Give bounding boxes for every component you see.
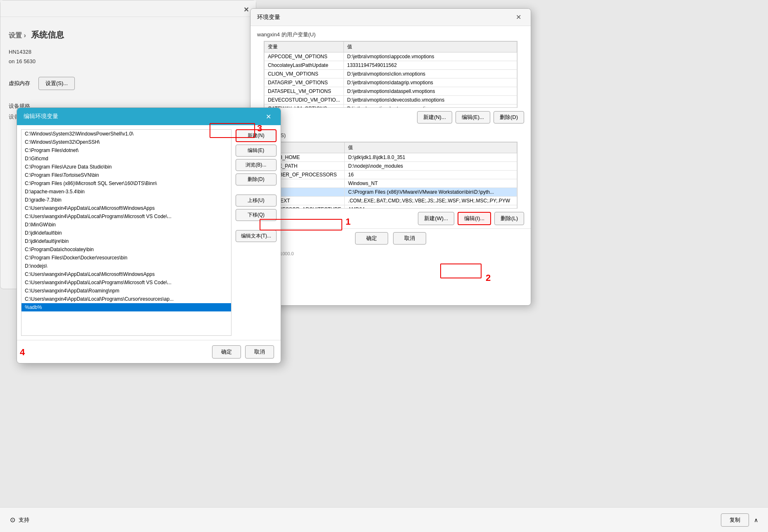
move-down-button[interactable]: 下移(Q) — [236, 209, 277, 221]
table-row[interactable]: DATAGRIP_VM_OPTIONSD:\jetbra\vmoptions\d… — [265, 78, 517, 87]
browse-path-button[interactable]: 浏览(B)... — [236, 159, 277, 171]
system-info-title-bar: ✕ — [0, 0, 256, 17]
list-item[interactable]: C:\Users\wangxin4\AppData\Local\Microsof… — [21, 270, 231, 278]
breadcrumb: 设置 › 系统信息 — [9, 29, 248, 40]
edit-cancel-button[interactable]: 取消 — [245, 345, 274, 359]
env-version-footer: 000.22644.1000.0 — [250, 249, 531, 259]
user-variables-section: wangxin4 的用户变量(U) 变量 值 APPCODE_VM_OPTION… — [250, 26, 531, 108]
table-row[interactable]: NUMBER_OF_PROCESSORS16 — [265, 171, 517, 179]
table-row[interactable]: CLION_VM_OPTIONSD:\jetbra\vmoptions\clio… — [265, 70, 517, 78]
list-item[interactable]: C:\Program Files\Azure Data Studio\bin — [21, 163, 231, 171]
expand-icon[interactable]: ∧ — [754, 517, 758, 523]
edit-text-button[interactable]: 编辑文本(T)... — [236, 230, 277, 242]
copy-button[interactable]: 复制 — [721, 513, 749, 527]
list-item[interactable]: C:\Users\wangxin4\AppData\Local\Microsof… — [21, 204, 231, 212]
env-dialog-title-text: 环境变量 — [257, 14, 280, 21]
move-up-button[interactable]: 上移(U) — [236, 195, 277, 207]
user-section-title: wangxin4 的用户变量(U) — [257, 31, 524, 38]
user-col-var: 变量 — [265, 42, 344, 52]
table-row[interactable]: APPCODE_VM_OPTIONSD:\jetbra\vmoptions\ap… — [265, 52, 517, 61]
table-row[interactable]: OSWindows_NT — [265, 179, 517, 188]
list-item[interactable]: C:\Program Files\Docker\Docker\resources… — [21, 254, 231, 262]
device-name-info: HN14328 — [9, 49, 248, 55]
env-dialog-close-button[interactable]: ✕ — [513, 12, 524, 23]
bottom-bar: ⊙ 支持 复制 ∧ — [0, 507, 768, 532]
virtual-memory-row: 虚拟内存 设置(S)... — [9, 77, 248, 90]
list-item[interactable]: C:\Windows\System32\WindowsPowerShell\v1… — [21, 130, 231, 138]
table-row[interactable]: ChocolateyLastPathUpdate1333119475490115… — [265, 61, 517, 70]
table-row[interactable]: PathC:\Program Files (x86)\VMware\VMware… — [265, 188, 517, 197]
edit-dialog-close-button[interactable]: ✕ — [262, 111, 274, 122]
version-info: on 16 5630 — [9, 58, 248, 64]
edit-dialog-body: C:\Windows\System32\WindowsPowerShell\v1… — [17, 125, 281, 340]
list-item[interactable]: C:\Users\wangxin4\AppData\Local\Programs… — [21, 295, 231, 303]
user-col-val: 值 — [343, 42, 517, 52]
table-row[interactable]: DATASPELL_VM_OPTIONSD:\jetbra\vmoptions\… — [265, 87, 517, 96]
sys-vars-table: 变量 值 JAVA8_HOMED:\jdk\jdk1.8\jdk1.8.0_35… — [264, 142, 517, 208]
support-circle-icon: ⊙ — [10, 516, 15, 524]
system-variables-section: 系统变量(S) 变量 值 JAVA8_HOMED:\jdk\jdk1.8\jdk… — [250, 127, 531, 209]
list-item[interactable]: %adb% — [21, 303, 231, 311]
list-item[interactable]: D:\jdk\default\bin — [21, 229, 231, 237]
list-item[interactable]: D:\jdk\default\jre\bin — [21, 237, 231, 245]
sys-section-title: 系统变量(S) — [257, 132, 524, 139]
user-delete-button[interactable]: 删除(D) — [494, 111, 524, 124]
sys-vars-table-container: 变量 值 JAVA8_HOMED:\jdk\jdk1.8\jdk1.8.0_35… — [264, 142, 518, 209]
list-item[interactable]: C:\Program Files\dotnet\ — [21, 146, 231, 154]
table-row[interactable]: GATEWAY_VM_OPTIONSD:\jetbra\vmoptions\ga… — [265, 104, 517, 108]
env-variables-dialog: 环境变量 ✕ wangxin4 的用户变量(U) 变量 值 APPCODE_VM… — [250, 8, 531, 306]
list-item[interactable]: D:\MinGW\bin — [21, 221, 231, 229]
user-edit-button[interactable]: 编辑(E)... — [456, 111, 490, 124]
table-row[interactable]: PROCESSOR_ARCHITECTUREAMD64 — [265, 205, 517, 209]
user-vars-table: 变量 值 APPCODE_VM_OPTIONSD:\jetbra\vmoptio… — [264, 41, 517, 107]
edit-dialog-title-bar: 编辑环境变量 ✕ — [17, 108, 281, 125]
list-item[interactable]: C:\Users\wangxin4\AppData\Local\Programs… — [21, 278, 231, 287]
user-vars-table-container: 变量 值 APPCODE_VM_OPTIONSD:\jetbra\vmoptio… — [264, 41, 518, 108]
list-item[interactable]: C:\Users\wangxin4\AppData\Local\Programs… — [21, 212, 231, 221]
sys-delete-button[interactable]: 删除(L) — [494, 212, 524, 225]
edit-ok-button[interactable]: 确定 — [212, 345, 241, 359]
delete-path-button[interactable]: 删除(D) — [236, 173, 277, 185]
sys-vars-buttons: 新建(W)... 编辑(I)... 删除(L) — [250, 209, 531, 228]
user-new-button[interactable]: 新建(N)... — [417, 111, 452, 124]
list-item[interactable]: D:\Git\cmd — [21, 154, 231, 163]
table-row[interactable]: NODE_PATHD:\nodejs\node_modules — [265, 162, 517, 171]
settings-button[interactable]: 设置(S)... — [38, 77, 75, 90]
support-text: 支持 — [19, 516, 29, 524]
sys-new-button[interactable]: 新建(W)... — [418, 212, 454, 225]
support-section: ⊙ 支持 — [10, 516, 29, 524]
edit-path-button[interactable]: 编辑(E) — [236, 145, 277, 157]
user-vars-buttons: 新建(N)... 编辑(E)... 删除(D) — [250, 108, 531, 127]
list-item[interactable]: D:\nodejs\ — [21, 262, 231, 270]
edit-dialog-title-text: 编辑环境变量 — [24, 113, 58, 120]
table-row[interactable]: PATHEXT.COM;.EXE;.BAT;.CMD;.VBS;.VBE;.JS… — [265, 197, 517, 205]
edit-dialog-footer: 确定 取消 — [17, 340, 281, 363]
env-ok-button[interactable]: 确定 — [355, 232, 388, 245]
list-item[interactable]: C:\Windows\System32\OpenSSH\ — [21, 138, 231, 146]
table-row[interactable]: JAVA8_HOMED:\jdk\jdk1.8\jdk1.8.0_351 — [265, 153, 517, 162]
sys-col-val: 值 — [345, 142, 517, 153]
side-buttons: 新建(N) 编辑(E) 浏览(B)... 删除(D) 上移(U) 下移(Q) 编… — [236, 125, 281, 340]
list-item[interactable]: C:\Program Files (x86)\Microsoft SQL Ser… — [21, 179, 231, 188]
env-dialog-title-bar: 环境变量 ✕ — [250, 9, 531, 26]
list-item[interactable]: C:\Program Files\TortoiseSVN\bin — [21, 171, 231, 179]
env-cancel-button[interactable]: 取消 — [393, 232, 426, 245]
close-icon[interactable]: ✕ — [241, 5, 251, 14]
edit-env-dialog: 编辑环境变量 ✕ C:\Windows\System32\WindowsPowe… — [17, 107, 281, 363]
virtual-memory-label: 虚拟内存 — [9, 80, 30, 87]
list-item[interactable]: C:\ProgramData\chocolatey\bin — [21, 245, 231, 254]
list-item[interactable]: D:\gradle-7.3\bin — [21, 196, 231, 204]
sys-vars-scroll[interactable]: 变量 值 JAVA8_HOMED:\jdk\jdk1.8\jdk1.8.0_35… — [264, 142, 517, 208]
user-vars-scroll[interactable]: 变量 值 APPCODE_VM_OPTIONSD:\jetbra\vmoptio… — [264, 41, 517, 107]
table-row[interactable]: DEVECOSTUDIO_VM_OPTIO...D:\jetbra\vmopti… — [265, 96, 517, 104]
sys-edit-button[interactable]: 编辑(I)... — [458, 212, 491, 225]
list-item[interactable]: D:\apache-maven-3.5.4\bin — [21, 188, 231, 196]
list-item[interactable]: C:\Users\wangxin4\AppData\Roaming\npm — [21, 287, 231, 295]
path-list[interactable]: C:\Windows\System32\WindowsPowerShell\v1… — [21, 129, 231, 336]
new-path-button[interactable]: 新建(N) — [236, 129, 277, 142]
